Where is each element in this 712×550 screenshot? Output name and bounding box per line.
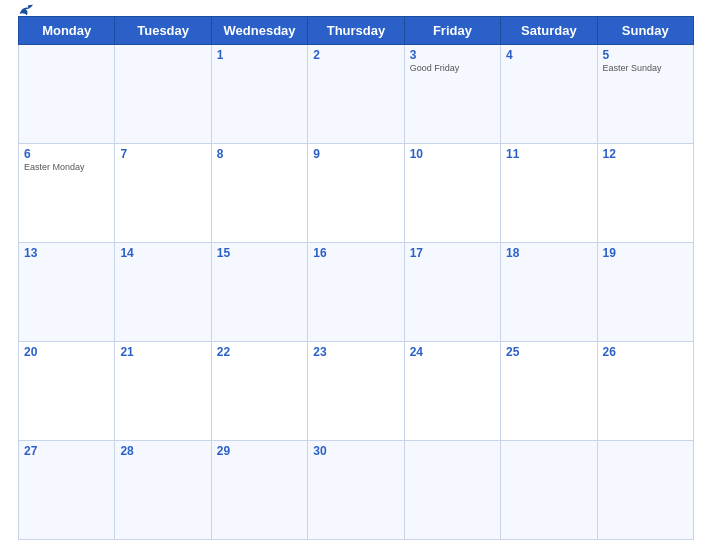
calendar-cell <box>404 441 500 540</box>
week-row-3: 13141516171819 <box>19 243 694 342</box>
weekday-header-sunday: Sunday <box>597 17 693 45</box>
calendar-cell: 1 <box>211 45 307 144</box>
calendar-cell: 16 <box>308 243 404 342</box>
calendar-cell: 25 <box>501 342 597 441</box>
holiday-label: Good Friday <box>410 63 495 73</box>
calendar-table: MondayTuesdayWednesdayThursdayFridaySatu… <box>18 16 694 540</box>
day-number: 6 <box>24 147 109 161</box>
day-number: 30 <box>313 444 398 458</box>
calendar-cell: 14 <box>115 243 211 342</box>
weekday-header-saturday: Saturday <box>501 17 597 45</box>
week-row-1: 123Good Friday45Easter Sunday <box>19 45 694 144</box>
day-number: 9 <box>313 147 398 161</box>
day-number: 24 <box>410 345 495 359</box>
calendar-cell: 3Good Friday <box>404 45 500 144</box>
day-number: 15 <box>217 246 302 260</box>
holiday-label: Easter Monday <box>24 162 109 172</box>
day-number: 14 <box>120 246 205 260</box>
day-number: 2 <box>313 48 398 62</box>
day-number: 12 <box>603 147 688 161</box>
day-number: 4 <box>506 48 591 62</box>
weekday-header-monday: Monday <box>19 17 115 45</box>
calendar-cell: 15 <box>211 243 307 342</box>
logo-blue-text <box>18 3 37 17</box>
calendar-cell: 19 <box>597 243 693 342</box>
week-row-2: 6Easter Monday789101112 <box>19 144 694 243</box>
logo <box>18 3 37 17</box>
calendar-cell: 17 <box>404 243 500 342</box>
day-number: 8 <box>217 147 302 161</box>
day-number: 20 <box>24 345 109 359</box>
calendar-cell: 22 <box>211 342 307 441</box>
day-number: 23 <box>313 345 398 359</box>
day-number: 21 <box>120 345 205 359</box>
calendar-cell <box>597 441 693 540</box>
day-number: 11 <box>506 147 591 161</box>
week-row-5: 27282930 <box>19 441 694 540</box>
day-number: 3 <box>410 48 495 62</box>
calendar-cell: 5Easter Sunday <box>597 45 693 144</box>
calendar-cell: 29 <box>211 441 307 540</box>
calendar-cell: 11 <box>501 144 597 243</box>
day-number: 7 <box>120 147 205 161</box>
day-number: 27 <box>24 444 109 458</box>
day-number: 28 <box>120 444 205 458</box>
weekday-header-tuesday: Tuesday <box>115 17 211 45</box>
calendar-cell: 12 <box>597 144 693 243</box>
calendar-cell: 9 <box>308 144 404 243</box>
calendar-cell <box>501 441 597 540</box>
day-number: 25 <box>506 345 591 359</box>
day-number: 22 <box>217 345 302 359</box>
calendar-cell: 18 <box>501 243 597 342</box>
calendar-cell <box>19 45 115 144</box>
calendar-cell: 8 <box>211 144 307 243</box>
calendar-cell: 21 <box>115 342 211 441</box>
calendar-cell: 6Easter Monday <box>19 144 115 243</box>
calendar-cell: 26 <box>597 342 693 441</box>
day-number: 18 <box>506 246 591 260</box>
weekday-header-thursday: Thursday <box>308 17 404 45</box>
weekday-header-wednesday: Wednesday <box>211 17 307 45</box>
calendar-cell: 23 <box>308 342 404 441</box>
weekday-header-row: MondayTuesdayWednesdayThursdayFridaySatu… <box>19 17 694 45</box>
day-number: 13 <box>24 246 109 260</box>
holiday-label: Easter Sunday <box>603 63 688 73</box>
calendar-cell: 13 <box>19 243 115 342</box>
week-row-4: 20212223242526 <box>19 342 694 441</box>
calendar-cell: 10 <box>404 144 500 243</box>
day-number: 1 <box>217 48 302 62</box>
calendar-cell: 7 <box>115 144 211 243</box>
calendar-cell: 28 <box>115 441 211 540</box>
calendar-cell: 2 <box>308 45 404 144</box>
day-number: 19 <box>603 246 688 260</box>
calendar-cell: 24 <box>404 342 500 441</box>
day-number: 16 <box>313 246 398 260</box>
day-number: 5 <box>603 48 688 62</box>
calendar-cell: 27 <box>19 441 115 540</box>
day-number: 17 <box>410 246 495 260</box>
calendar-cell: 4 <box>501 45 597 144</box>
logo-bird-icon <box>18 3 36 17</box>
day-number: 10 <box>410 147 495 161</box>
weekday-header-friday: Friday <box>404 17 500 45</box>
day-number: 29 <box>217 444 302 458</box>
day-number: 26 <box>603 345 688 359</box>
calendar-cell: 20 <box>19 342 115 441</box>
calendar-cell <box>115 45 211 144</box>
calendar-cell: 30 <box>308 441 404 540</box>
